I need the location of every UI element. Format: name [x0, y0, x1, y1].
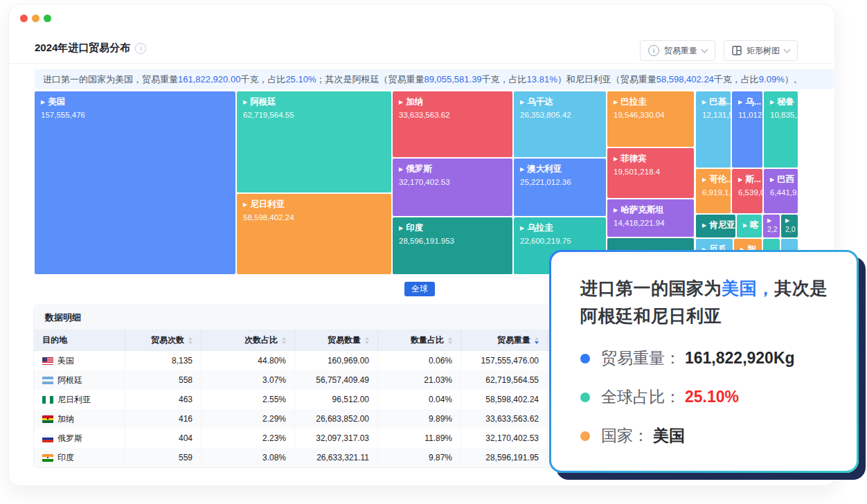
page: 2024年进口贸易分布 i i 贸易重量 矩形树图 进口第一的国家为美国，贸易重… [0, 0, 867, 504]
treemap-cell-value: 14,418,221.94 [614, 219, 688, 227]
treemap-cell-加纳[interactable]: ▶加纳33,633,563.62 [393, 91, 512, 157]
treemap-cell[interactable]: ▶2,0 [781, 215, 798, 237]
flag-icon-us [42, 357, 53, 365]
summary-text: 千克，占比 [714, 74, 759, 84]
window-zoom-button[interactable] [44, 15, 51, 22]
treemap-cell-name-text: 菲律宾 [620, 153, 647, 165]
treemap-cell-name-text: 哈萨克斯坦 [620, 204, 664, 216]
treemap-cell-尼日利亚[interactable]: ▶尼日利亚58,598,402.24 [237, 194, 391, 274]
insight-title: 进口第一的国家为美国，其次是阿根廷和尼日利亚 [580, 274, 836, 330]
treemap-cell-美国[interactable]: ▶美国157,555,476 [35, 91, 235, 274]
table-header-4[interactable]: 数量占比 [378, 330, 461, 350]
table-header-1[interactable]: 贸易次数 [125, 330, 202, 350]
flag-icon-in [42, 454, 53, 462]
treemap-cell-秘鲁[interactable]: ▶秘鲁10,835,... [764, 91, 798, 168]
toolbar: i 贸易重量 矩形树图 [640, 40, 798, 61]
table-cell: 44.80% [202, 351, 295, 370]
table-header-2[interactable]: 次数占比 [202, 330, 295, 350]
treemap-cell-俄罗斯[interactable]: ▶俄罗斯32,170,402.53 [393, 159, 512, 216]
treemap-cell-肯尼亚[interactable]: ▶肯尼亚 [696, 215, 735, 237]
table-cell: 26,633,321.11 [295, 448, 378, 467]
treemap-cell-澳大利亚[interactable]: ▶澳大利亚25,221,012.36 [514, 159, 606, 216]
country-name: 加纳 [57, 413, 74, 425]
drilldown-arrow-icon: ▶ [767, 218, 771, 224]
window-close-button[interactable] [20, 15, 28, 22]
treemap-cell-name-text: 阿根廷 [250, 96, 276, 108]
insight-item: 贸易重量：161,822,920Kg [580, 348, 836, 369]
treemap-cell-name: ▶巴拉圭 [614, 96, 688, 108]
treemap-cell-菲律宾[interactable]: ▶菲律宾19,501,218.4 [607, 148, 694, 198]
treemap-cell-value: 33,633,563.62 [399, 111, 506, 119]
drilldown-arrow-icon: ▶ [743, 223, 747, 228]
treemap-cell-巴拉圭[interactable]: ▶巴拉圭19,546,330.04 [607, 91, 694, 147]
info-icon[interactable]: i [135, 43, 146, 54]
treemap-cell-斯...[interactable]: ▶斯...6,539,0... [732, 169, 762, 213]
treemap-cell-name: ▶巴基... [702, 96, 724, 108]
treemap-cell-喀[interactable]: ▶喀 [737, 215, 762, 237]
treemap-cell-value: 25,221,012.36 [520, 178, 600, 186]
drilldown-arrow-icon: ▶ [520, 167, 524, 172]
treemap-cell-name: ▶秘鲁 [770, 96, 792, 108]
treemap-cell-哥伦...[interactable]: ▶哥伦...6,919,1... [696, 169, 731, 213]
insight-tooltip: 进口第一的国家为美国，其次是阿根廷和尼日利亚 贸易重量：161,822,920K… [549, 250, 859, 473]
destination-cell: 阿根廷 [34, 370, 125, 390]
treemap-cell-value: 12,131,5... [702, 111, 724, 119]
treemap-cell-value: 28,596,191.953 [399, 237, 506, 245]
treemap-cell-乌干达[interactable]: ▶乌干达26,353,805.42 [514, 91, 606, 157]
flag-icon-gh [42, 415, 53, 423]
summary-value: 25.10% [285, 74, 316, 84]
sort-icon[interactable] [188, 337, 193, 344]
treemap-breadcrumb-global[interactable]: 全球 [404, 282, 435, 296]
summary-value: 13.81% [527, 74, 557, 84]
treemap-cell-name-text: 加纳 [406, 96, 423, 108]
treemap-cell-name: ▶俄罗斯 [399, 163, 506, 175]
sort-desc-caret-icon [448, 341, 452, 344]
treemap: ▶美国157,555,476▶阿根廷62,719,564.55▶尼日利亚58,5… [35, 91, 798, 274]
treemap-cell-乌...[interactable]: ▶乌...11,012,... [732, 91, 762, 168]
drilldown-arrow-icon: ▶ [614, 208, 618, 213]
flag-icon-ar [42, 377, 53, 384]
treemap-cell-name-text: 乌... [745, 96, 761, 108]
drilldown-arrow-icon: ▶ [520, 100, 524, 105]
treemap-cell-name-text: 乌拉圭 [527, 222, 553, 234]
flag-icon-ru [42, 435, 53, 442]
treemap-cell-印度[interactable]: ▶印度28,596,191.953 [393, 217, 512, 274]
sort-icon[interactable] [365, 337, 369, 344]
treemap-cell-name: ▶尼日利亚 [243, 199, 385, 210]
table-header-5[interactable]: 贸易重量 [461, 330, 548, 350]
table-header-3[interactable]: 贸易数量 [295, 330, 378, 350]
table-header-label: 次数占比 [244, 334, 278, 346]
table-cell: 559 [125, 448, 202, 467]
treemap-cell-name: ▶哈萨克斯坦 [614, 204, 688, 216]
treemap-cell-哈萨克斯坦[interactable]: ▶哈萨克斯坦14,418,221.94 [607, 199, 694, 237]
treemap-cell-巴基...[interactable]: ▶巴基...12,131,5... [696, 91, 731, 168]
treemap-cell-巴西[interactable]: ▶巴西6,441,9... [764, 169, 798, 213]
destination-cell: 尼日利亚 [34, 390, 125, 409]
drilldown-arrow-icon: ▶ [770, 100, 774, 105]
window-minimize-button[interactable] [32, 15, 39, 22]
sort-icon[interactable] [282, 337, 286, 344]
table-header-0: 目的地 [34, 330, 125, 350]
treemap-cell-阿根廷[interactable]: ▶阿根廷62,719,564.55 [237, 91, 391, 192]
chart-type-select[interactable]: 矩形树图 [724, 40, 798, 61]
treemap-cell[interactable]: ▶2,2 [763, 215, 780, 237]
insight-item-value: 161,822,920Kg [685, 349, 795, 368]
drilldown-arrow-icon: ▶ [399, 100, 403, 105]
treemap-cell-name: ▶乌... [738, 96, 756, 108]
treemap-cell-value: 58,598,402.24 [243, 213, 385, 222]
treemap-cell-name: ▶菲律宾 [614, 153, 688, 165]
summary-text: 千克，占比 [482, 74, 527, 84]
treemap-cell-name-text: 巴西 [777, 174, 794, 186]
treemap-cell-name: ▶加纳 [399, 96, 506, 108]
insight-item-label: 贸易重量： [601, 348, 681, 369]
treemap-cell-name: ▶肯尼亚 [702, 219, 729, 231]
drilldown-arrow-icon: ▶ [702, 100, 706, 105]
sort-icon[interactable] [448, 337, 452, 344]
treemap-cell-value: 22,600,219.75 [520, 237, 600, 245]
sort-icon[interactable] [535, 337, 539, 344]
table-cell: 21.03% [378, 370, 461, 390]
table-header-label: 贸易重量 [497, 334, 530, 346]
table-cell: 33,633,563.62 [461, 409, 548, 429]
metric-select[interactable]: i 贸易重量 [640, 40, 715, 61]
table-cell: 416 [125, 409, 202, 429]
